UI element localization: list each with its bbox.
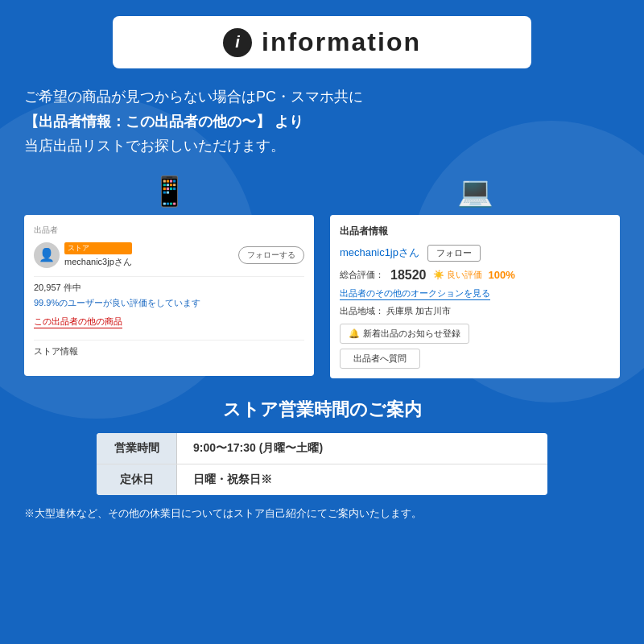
question-button[interactable]: 出品者へ質問 [340,349,420,369]
seller-avatar-area: 👤 ストア mechanic3jpさん [34,242,132,268]
count-text: 20,957 件中 [34,282,304,294]
follow-button-mobile[interactable]: フォローする [238,246,304,264]
info-title: information [262,27,421,57]
rating-number: 18520 [390,268,427,283]
phone-icon: 📱 [151,175,188,208]
good-label: ☀️ 良い評価 [433,269,482,281]
other-products-link[interactable]: この出品者の他の商品 [34,316,122,328]
rating-text-mobile: 99.9%のユーザーが良い評価をしています [34,297,304,309]
seller-name-mobile: mechanic3jpさん [64,257,132,266]
store-info-link[interactable]: ストア情報 [34,345,304,357]
rating-row: 総合評価： 18520 ☀️ 良い評価 100% [340,268,610,283]
pc-screenshot: 出品者情報 mechanic1jpさん フォロー 総合評価： 18520 ☀️ … [330,215,620,378]
main-description: ご希望の商品が見つからない場合はPC・スマホ共に 【出品者情報：この出品者の他の… [24,85,620,159]
seller-name-pc: mechanic1jpさん [340,246,419,260]
screenshots-row: 📱 出品者 👤 ストア mechanic3jpさん フォローする 20,957 … [24,175,620,378]
info-header-box: i information [113,16,531,68]
auction-link[interactable]: 出品者のその他のオークションを見る [340,287,490,300]
seller-info-title: 出品者情報 [340,225,610,238]
hours-row-2: 定休日 日曜・祝祭日※ [97,464,547,495]
rating-label: 総合評価： [340,269,384,281]
hours-label-1: 営業時間 [97,433,177,464]
notification-button[interactable]: 🔔 新着出品のお知らせ登録 [340,324,469,344]
seller-name-row-pc: mechanic1jpさん フォロー [340,245,610,262]
store-badge: ストア [64,242,132,254]
hours-label-2: 定休日 [97,464,177,495]
hours-value-2: 日曜・祝祭日※ [177,464,547,495]
seller-row: 👤 ストア mechanic3jpさん フォローする [34,242,304,268]
hours-value-1: 9:00〜17:30 (月曜〜土曜) [177,433,547,464]
hours-row-1: 営業時間 9:00〜17:30 (月曜〜土曜) [97,433,547,464]
good-percent: 100% [489,269,515,281]
seller-section-label: 出品者 [34,225,304,236]
main-text-line2: 【出品者情報：この出品者の他の〜】 より [24,109,620,134]
hours-title: ストア営業時間のご案内 [24,398,620,422]
pc-screenshot-col: 💻 出品者情報 mechanic1jpさん フォロー 総合評価： 18520 ☀… [330,175,620,378]
info-icon: i [223,28,252,57]
hours-section: ストア営業時間のご案内 営業時間 9:00〜17:30 (月曜〜土曜) 定休日 … [24,398,620,521]
location-text: 出品地域： 兵庫県 加古川市 [340,305,610,317]
main-text-line3: 当店出品リストでお探しいただけます。 [24,134,620,159]
follow-button-pc[interactable]: フォロー [427,245,481,262]
pc-icon: 💻 [457,175,493,208]
main-text-line1: ご希望の商品が見つからない場合はPC・スマホ共に [24,85,620,109]
mobile-screenshot: 出品者 👤 ストア mechanic3jpさん フォローする 20,957 件中… [24,215,314,376]
avatar: 👤 [34,242,60,268]
mobile-screenshot-col: 📱 出品者 👤 ストア mechanic3jpさん フォローする 20,957 … [24,175,314,376]
hours-table: 営業時間 9:00〜17:30 (月曜〜土曜) 定休日 日曜・祝祭日※ [97,433,547,495]
hours-note: ※大型連休など、その他の休業日についてはストア自己紹介にてご案内いたします。 [24,506,620,521]
